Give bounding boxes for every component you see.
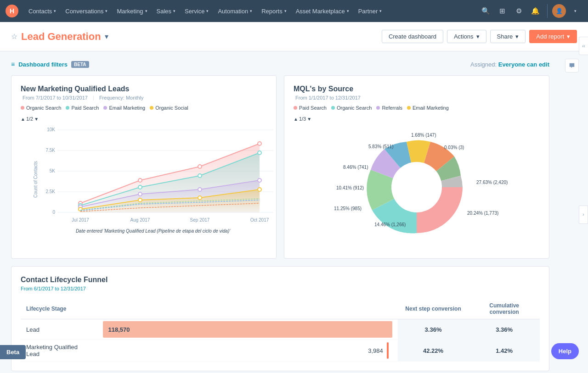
create-dashboard-button[interactable]: Create dashboard: [382, 30, 443, 43]
actions-button[interactable]: Actions ▾: [447, 30, 486, 43]
nav-item-reports[interactable]: Reports ▾: [257, 0, 291, 22]
svg-text:0.03% (3): 0.03% (3): [444, 145, 464, 150]
svg-point-17: [198, 165, 202, 168]
chevron-down-icon: ▾: [284, 9, 287, 13]
mql-bar-container: 3,984: [103, 342, 392, 359]
svg-point-31: [138, 198, 142, 202]
nav-logo[interactable]: H: [6, 5, 18, 17]
nav-item-conversations[interactable]: Conversations ▾: [61, 0, 112, 22]
next-arrow[interactable]: ▼: [34, 117, 39, 122]
legend-dot: [294, 106, 297, 110]
line-chart-svg: 10K 7.5K 5K 2.5K 0 Jul 2017 Aug 2017 Sep…: [39, 125, 278, 226]
svg-text:5.83% (511): 5.83% (511): [368, 144, 393, 149]
filter-icon: ≡: [11, 61, 15, 68]
col-lifecycle-stage: Lifecycle Stage: [21, 299, 97, 319]
add-report-button[interactable]: Add report ▾: [529, 30, 577, 43]
pie-chart-svg: 27.63% (2,420) 20.24% (1,773) 14.46% (1,…: [297, 125, 536, 249]
mql-pagination: ▲ 1/2 ▼: [21, 116, 267, 122]
table-row: Lead 118,570 3.36% 3.36%: [21, 319, 540, 340]
svg-text:Aug 2017: Aug 2017: [130, 217, 150, 223]
svg-text:20.24% (1,773): 20.24% (1,773): [467, 211, 498, 216]
filters-label[interactable]: Dashboard filters: [18, 61, 68, 68]
svg-text:27.63% (2,420): 27.63% (2,420): [476, 180, 508, 185]
prev-arrow[interactable]: ▲: [294, 117, 298, 122]
stage-label: Lead: [21, 319, 97, 340]
page-title: Lead Generation: [21, 31, 101, 43]
beta-button[interactable]: Beta: [0, 345, 26, 359]
col-next-step: Next step conversion: [398, 299, 469, 319]
star-icon[interactable]: ☆: [11, 32, 17, 41]
legend-dot: [66, 106, 69, 110]
svg-point-18: [258, 142, 261, 145]
assigned-link[interactable]: Everyone can edit: [498, 61, 549, 68]
nav-icons: 🔍 ⊞ ⚙ 🔔 👤 ▾: [478, 4, 582, 18]
search-icon[interactable]: 🔍: [478, 4, 493, 18]
svg-point-26: [138, 192, 142, 196]
nav-item-sales[interactable]: Sales ▾: [152, 0, 181, 22]
prev-arrow[interactable]: ▲: [21, 117, 25, 122]
mql-legend: Organic Search Paid Search Email Marketi…: [21, 105, 267, 111]
legend-dot: [103, 106, 107, 110]
avatar[interactable]: 👤: [552, 4, 566, 18]
bar-cell: 118,570: [97, 319, 398, 340]
legend-item-referrals: Referrals: [376, 105, 402, 111]
svg-text:Sep 2017: Sep 2017: [190, 217, 210, 223]
col-count: [97, 299, 398, 319]
beta-badge: BETA: [71, 61, 89, 68]
chevron-down-icon: ▾: [379, 9, 382, 13]
svg-point-32: [198, 196, 202, 200]
share-button[interactable]: Share ▾: [490, 30, 526, 43]
legend-item-email-marketing: Email Marketing: [103, 105, 145, 111]
dashboard-filters-bar: ≡ Dashboard filters BETA Assigned: Every…: [11, 61, 549, 68]
sidebar-toggle[interactable]: ‹‹: [579, 37, 588, 55]
title-chevron-icon[interactable]: ▾: [105, 32, 108, 41]
legend-dot: [376, 106, 380, 110]
bar-wrapper: 118,570: [103, 321, 392, 338]
mql-source-title: MQL's by Source: [294, 85, 540, 93]
nav-items: Contacts ▾ Conversations ▾ Marketing ▾ S…: [24, 0, 478, 22]
svg-point-28: [258, 178, 261, 182]
nav-item-service[interactable]: Service ▾: [180, 0, 213, 22]
filters-left: ≡ Dashboard filters BETA: [11, 61, 89, 68]
top-nav: H Contacts ▾ Conversations ▾ Marketing ▾…: [0, 0, 588, 22]
chat-icon[interactable]: [565, 59, 579, 72]
legend-item-organic-social: Organic Social: [150, 105, 188, 111]
settings-icon[interactable]: ⚙: [511, 4, 526, 18]
svg-text:5K: 5K: [50, 168, 56, 173]
svg-point-34: [391, 162, 442, 212]
chevron-down-icon: ▾: [476, 33, 480, 40]
legend-item-paid-search: Paid Search: [294, 105, 327, 111]
funnel-card: Contact Lifecycle Funnel From 6/1/2017 t…: [11, 266, 549, 371]
next-page-arrow[interactable]: ›: [579, 206, 588, 224]
chevron-down-icon: ▾: [173, 9, 175, 13]
assigned-text: Assigned:: [470, 61, 497, 68]
cumulative-cell: 1.42%: [469, 340, 540, 362]
chevron-down-icon: ▾: [54, 9, 56, 13]
legend-item-email-marketing: Email Marketing: [407, 105, 449, 111]
svg-point-22: [198, 174, 202, 178]
grid-icon[interactable]: ⊞: [495, 4, 509, 18]
nav-item-contacts[interactable]: Contacts ▾: [24, 0, 61, 22]
legend-item-organic-search: Organic Search: [21, 105, 61, 111]
next-arrow[interactable]: ▼: [307, 117, 311, 122]
svg-text:10K: 10K: [47, 127, 55, 132]
nav-item-marketing[interactable]: Marketing ▾: [112, 0, 152, 22]
account-chevron-icon[interactable]: ▾: [568, 4, 582, 18]
y-axis-label: Count of Contacts: [33, 161, 38, 198]
mql-bar: [387, 342, 389, 359]
funnel-table: Lifecycle Stage Next step conversion Cum…: [21, 299, 540, 362]
svg-point-16: [138, 178, 142, 182]
help-button[interactable]: Help: [551, 343, 579, 359]
nav-item-asset-marketplace[interactable]: Asset Marketplace ▾: [291, 0, 354, 22]
legend-dot: [407, 106, 411, 110]
cumulative-cell: 3.36%: [469, 319, 540, 340]
svg-text:1.68% (147): 1.68% (147): [411, 133, 436, 138]
next-step-cell: 3.36%: [398, 319, 469, 340]
svg-text:Jul 2017: Jul 2017: [72, 217, 89, 223]
mql-source-chart-card: MQL's by Source From 1/1/2017 to 12/31/2…: [284, 75, 549, 259]
nav-item-partner[interactable]: Partner ▾: [354, 0, 387, 22]
bell-icon[interactable]: 🔔: [528, 4, 543, 18]
nav-item-automation[interactable]: Automation ▾: [213, 0, 257, 22]
chevron-down-icon: ▾: [105, 9, 107, 13]
stage-label: Marketing Qualified Lead: [21, 340, 97, 362]
